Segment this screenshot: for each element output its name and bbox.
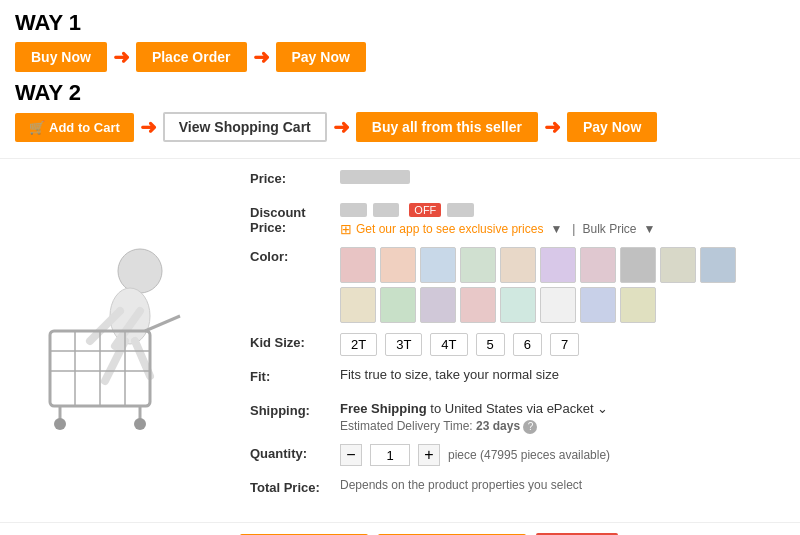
- discount-badge: OFF: [409, 203, 441, 217]
- cart-figure-svg: [20, 241, 220, 441]
- quantity-row: Quantity: − + piece (47995 pieces availa…: [250, 444, 790, 468]
- discount-blurred-1: [340, 203, 367, 217]
- shipping-label: Shipping:: [250, 401, 340, 418]
- quantity-decrease-button[interactable]: −: [340, 444, 362, 466]
- size-2t[interactable]: 2T: [340, 333, 377, 356]
- discount-blurred-2: [373, 203, 400, 217]
- size-5[interactable]: 5: [476, 333, 505, 356]
- total-price-row: Total Price: Depends on the product prop…: [250, 478, 790, 502]
- shipping-value: Free Shipping to United States via ePack…: [340, 401, 790, 434]
- color-swatch[interactable]: [500, 287, 536, 323]
- discount-price-row: DiscountPrice: OFF ⊞ Get our app to see …: [250, 203, 790, 237]
- product-image-area: [0, 169, 240, 512]
- total-value: Depends on the product properties you se…: [340, 478, 790, 492]
- fit-label: Fit:: [250, 367, 340, 384]
- discount-price-label: DiscountPrice:: [250, 203, 340, 235]
- divider: ▼: [550, 222, 562, 236]
- arrow-3: ➜: [140, 115, 157, 139]
- fit-value: Fits true to size, take your normal size: [340, 367, 790, 382]
- color-label: Color:: [250, 247, 340, 264]
- size-6[interactable]: 6: [513, 333, 542, 356]
- cart-icon: 🛒: [29, 120, 45, 135]
- bulk-price-link[interactable]: Bulk Price: [582, 222, 636, 236]
- arrow-1: ➜: [113, 45, 130, 69]
- quantity-label: Quantity:: [250, 444, 340, 461]
- kid-size-row: Kid Size: 2T 3T 4T 5 6 7: [250, 333, 790, 357]
- price-row: Price:: [250, 169, 790, 193]
- color-swatch[interactable]: [660, 247, 696, 283]
- color-swatch[interactable]: [500, 247, 536, 283]
- main-content: Price: DiscountPrice: OFF: [0, 159, 800, 522]
- arrow-5: ➜: [544, 115, 561, 139]
- kid-size-label: Kid Size:: [250, 333, 340, 350]
- pay-now-1-button[interactable]: Pay Now: [276, 42, 366, 72]
- size-4t[interactable]: 4T: [430, 333, 467, 356]
- svg-point-0: [118, 249, 162, 293]
- color-row: Color:: [250, 247, 790, 323]
- place-order-button[interactable]: Place Order: [136, 42, 247, 72]
- price-label: Price:: [250, 169, 340, 186]
- color-swatches: [340, 247, 760, 323]
- size-7[interactable]: 7: [550, 333, 579, 356]
- color-swatch[interactable]: [580, 247, 616, 283]
- way2-label: WAY 2: [15, 80, 785, 106]
- arrow-4: ➜: [333, 115, 350, 139]
- app-promo-text[interactable]: Get our app to see exclusive prices: [356, 222, 543, 236]
- info-icon[interactable]: ?: [523, 420, 537, 434]
- total-label: Total Price:: [250, 478, 340, 495]
- pay-now-2-button[interactable]: Pay Now: [567, 112, 657, 142]
- svg-point-15: [54, 418, 66, 430]
- svg-point-16: [134, 418, 146, 430]
- price-blurred: [340, 170, 410, 184]
- quantity-control: − + piece (47995 pieces available): [340, 444, 790, 466]
- delivery-label-text: Estimated Delivery Time:: [340, 419, 473, 433]
- color-swatch[interactable]: [420, 247, 456, 283]
- color-swatch[interactable]: [340, 287, 376, 323]
- color-swatch[interactable]: [700, 247, 736, 283]
- bottom-actions: Buy Now Add to Cart ♡ 7609 If you like i…: [0, 522, 800, 535]
- buy-all-button[interactable]: Buy all from this seller: [356, 112, 538, 142]
- size-3t[interactable]: 3T: [385, 333, 422, 356]
- color-swatch[interactable]: [340, 247, 376, 283]
- color-swatch[interactable]: [460, 287, 496, 323]
- delivery-note: Estimated Delivery Time: 23 days ?: [340, 419, 790, 434]
- color-swatch[interactable]: [460, 247, 496, 283]
- color-swatch[interactable]: [620, 247, 656, 283]
- color-swatch[interactable]: [540, 247, 576, 283]
- quantity-increase-button[interactable]: +: [418, 444, 440, 466]
- way1-label: WAY 1: [15, 10, 785, 36]
- shipping-detail-text: to United States via ePacket: [430, 401, 597, 416]
- color-swatch[interactable]: [540, 287, 576, 323]
- delivery-days: 23 days: [476, 419, 523, 433]
- price-value: [340, 169, 790, 184]
- fit-row: Fit: Fits true to size, take your normal…: [250, 367, 790, 391]
- color-swatch[interactable]: [580, 287, 616, 323]
- bulk-arrow: ▼: [643, 222, 655, 236]
- quantity-input[interactable]: [370, 444, 410, 466]
- add-to-cart-small-button[interactable]: 🛒 Add to Cart: [15, 113, 134, 142]
- shipping-dropdown[interactable]: ⌄: [597, 401, 608, 416]
- color-swatch[interactable]: [420, 287, 456, 323]
- way1-row: Buy Now ➜ Place Order ➜ Pay Now: [15, 42, 785, 72]
- discount-blurred-3: [447, 203, 474, 217]
- color-swatch[interactable]: [380, 287, 416, 323]
- app-promo-row: ⊞ Get our app to see exclusive prices ▼ …: [340, 221, 790, 237]
- shipping-row: Shipping: Free Shipping to United States…: [250, 401, 790, 434]
- buy-now-1-button[interactable]: Buy Now: [15, 42, 107, 72]
- free-shipping-text: Free Shipping: [340, 401, 427, 416]
- qr-icon: ⊞: [340, 221, 352, 237]
- pipe: |: [572, 222, 575, 236]
- arrow-2: ➜: [253, 45, 270, 69]
- color-swatch[interactable]: [380, 247, 416, 283]
- size-options: 2T 3T 4T 5 6 7: [340, 333, 790, 356]
- color-swatch[interactable]: [620, 287, 656, 323]
- discount-price-value: OFF ⊞ Get our app to see exclusive price…: [340, 203, 790, 237]
- quantity-note: piece (47995 pieces available): [448, 448, 610, 462]
- view-cart-button[interactable]: View Shopping Cart: [163, 112, 327, 142]
- product-details: Price: DiscountPrice: OFF: [240, 169, 800, 512]
- way2-row: 🛒 Add to Cart ➜ View Shopping Cart ➜ Buy…: [15, 112, 785, 142]
